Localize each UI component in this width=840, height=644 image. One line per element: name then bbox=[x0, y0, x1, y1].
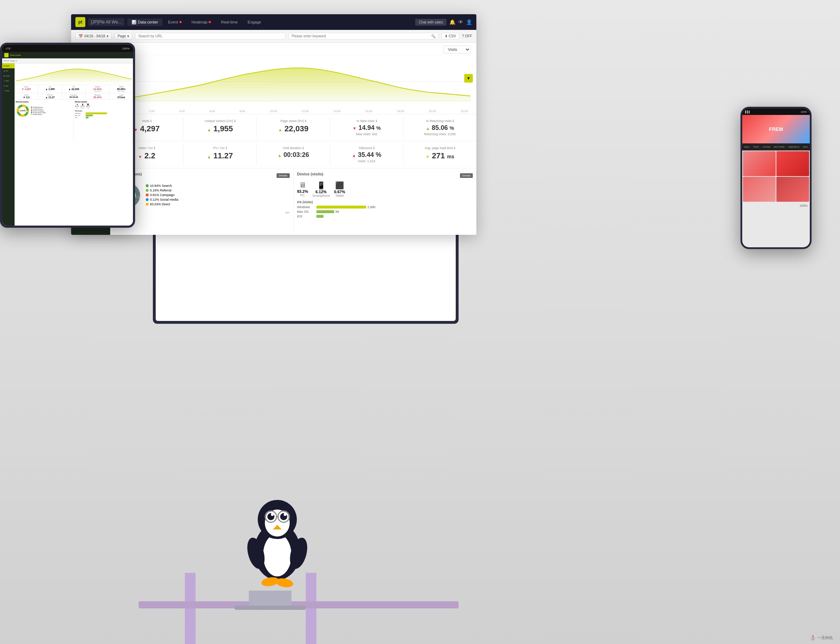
pc-pct: 93.2% bbox=[297, 189, 308, 194]
pv-value: 22,039 bbox=[284, 124, 308, 133]
returning-value: 85.06 bbox=[432, 124, 448, 131]
tablet-sources-mini: Sources (uses) 10.84% 10.84% Search 5.19… bbox=[15, 100, 74, 142]
legend-campaign-dot bbox=[146, 194, 149, 196]
filter-button[interactable]: ▼ bbox=[464, 74, 473, 82]
tablet-page-filter: Page ▾ bbox=[10, 59, 17, 62]
os-windows-bar bbox=[316, 205, 366, 209]
main-chart-svg bbox=[116, 55, 471, 108]
phone-product-1[interactable] bbox=[743, 151, 776, 176]
legend-social-label: 0.12% Social media bbox=[150, 198, 178, 201]
tablet-stat-visits-uv: V/UV ▼ 2.2 bbox=[15, 93, 38, 99]
keyword-search-input[interactable] bbox=[291, 34, 430, 38]
x-axis-labels: 0:00 2:00 4:00 6:00 8:00 10:00 12:00 14:… bbox=[116, 110, 471, 113]
help-icon[interactable]: 👁 bbox=[458, 19, 463, 25]
tablet-app-label: Data center bbox=[10, 54, 21, 56]
device-icons: 🖥 93.2% PC 📱 6.12% Smartphone ⬛ 0.67% bbox=[297, 181, 473, 197]
penguin-svg bbox=[242, 491, 313, 591]
svg-point-11 bbox=[263, 534, 291, 577]
stat-duration: Visit duration ℹ ▲ 00:03:26 bbox=[257, 144, 330, 165]
sources-total: 486 bbox=[114, 211, 290, 214]
legend-search-dot bbox=[146, 184, 149, 187]
load-time-info[interactable]: ℹ bbox=[454, 146, 455, 150]
tablet-device: LTE 100% Data center 04/18 Page ▾ ⊞ Dash… bbox=[0, 43, 135, 228]
tablet-stat-pv: PV ▲ 22,039 bbox=[62, 85, 86, 93]
os-windows-val: 2,990 bbox=[368, 205, 376, 209]
page-filter[interactable]: Page ▾ bbox=[115, 33, 132, 39]
pv-info[interactable]: ℹ bbox=[305, 119, 306, 123]
visits-uv-info[interactable]: ℹ bbox=[154, 146, 155, 150]
uv-info[interactable]: ℹ bbox=[234, 119, 235, 123]
tablet-sources-donut-wrap: 10.84% 10.84% Search 5.19% Referral 0.81… bbox=[16, 104, 72, 118]
site-selector[interactable]: [JP]Pte All We... bbox=[88, 18, 124, 26]
tablet-sources-title: Sources (uses) bbox=[16, 101, 72, 103]
new-visits-info[interactable]: ℹ bbox=[376, 119, 377, 123]
tab-real-time-label: Real-time bbox=[221, 20, 237, 24]
new-visits-label: % New visits bbox=[357, 119, 375, 123]
load-time-unit: ms bbox=[447, 154, 454, 159]
tab-data-center[interactable]: 📊 Data center bbox=[127, 18, 162, 26]
returning-info[interactable]: ℹ bbox=[452, 119, 454, 123]
tablet-device-title: Device (visits) bbox=[75, 101, 132, 103]
os-ios: iOS bbox=[297, 215, 473, 218]
os-macos-val: 99 bbox=[336, 210, 339, 214]
tablet-icon: ⬛ bbox=[334, 181, 345, 190]
phone-device: ▌▌▌ 100% FREM NEW TOPS OUTER BOTTOMS ONE… bbox=[740, 107, 812, 249]
x-20: 20:00 bbox=[429, 110, 436, 113]
phone-product-2[interactable] bbox=[776, 151, 809, 176]
tablet-stat-uv: UV ▲ 1,955 bbox=[38, 85, 62, 93]
device-panel: Device (visits) Details 🖥 93.2% PC 📱 6.1… bbox=[294, 168, 477, 235]
tablet-sources-legend: 10.84% Search 5.19% Referral 0.81% Campa… bbox=[31, 107, 46, 115]
visits-uv-arrow: ▼ bbox=[138, 154, 142, 159]
x-16: 16:00 bbox=[365, 110, 372, 113]
page-filter-label: Page bbox=[118, 34, 126, 38]
uv-label: Unique visitors (UV) bbox=[205, 119, 233, 123]
visits-label: Visits bbox=[142, 119, 149, 123]
csv-button[interactable]: ⬇ CSV bbox=[442, 33, 459, 39]
phone-product-3[interactable] bbox=[743, 177, 776, 202]
x-4: 4:00 bbox=[179, 110, 185, 113]
url-search-input[interactable] bbox=[138, 34, 282, 38]
calendar-icon: 📅 bbox=[79, 34, 83, 38]
bounce-info[interactable]: ℹ bbox=[373, 146, 374, 150]
tablet-lte: LTE bbox=[6, 47, 11, 50]
tablet-sidebar-device: ▢ Dev bbox=[2, 78, 15, 83]
device-panel-title: Device (visits) bbox=[297, 172, 324, 176]
returning-sub: Returning visits: 3,655 bbox=[409, 132, 471, 136]
app-logo: pt bbox=[75, 17, 85, 27]
user-icon[interactable]: 👤 bbox=[466, 19, 472, 25]
tablet-sidebar-content: ▤ Cont bbox=[2, 73, 15, 78]
x-6: 6:00 bbox=[210, 110, 215, 113]
chat-button[interactable]: Chat with sales bbox=[415, 19, 447, 26]
visits-info[interactable]: ℹ bbox=[151, 119, 151, 123]
metric-select[interactable]: Visits bbox=[443, 46, 471, 53]
notification-icon[interactable]: 🔔 bbox=[449, 19, 455, 25]
phone-product-4[interactable] bbox=[776, 177, 809, 202]
tab-event[interactable]: Event bbox=[164, 18, 186, 26]
csv-label: CSV bbox=[449, 34, 456, 38]
tablet-stats-2: V/UV ▼ 2.2 PV/UV ▲ 11.27 Duration 00:03:… bbox=[15, 93, 133, 99]
pv-uv-arrow: ▲ bbox=[207, 154, 211, 159]
phone-tab-new[interactable]: NEW bbox=[744, 146, 749, 148]
tablet-status-bar: LTE 100% bbox=[2, 45, 133, 52]
tab-engage[interactable]: Engage bbox=[244, 18, 265, 26]
phone-tab-onepiece[interactable]: ONEPIECE bbox=[788, 146, 799, 148]
load-time-label: Avg. page load time bbox=[425, 146, 453, 150]
os-macos: Mac OS 99 bbox=[297, 210, 473, 214]
duration-arrow: ▲ bbox=[278, 153, 282, 158]
sources-detail-button[interactable]: Details bbox=[277, 173, 289, 178]
bounce-arrow: ▲ bbox=[352, 153, 356, 158]
device-detail-button[interactable]: Details bbox=[460, 173, 473, 178]
duration-info[interactable]: ℹ bbox=[303, 146, 304, 150]
tab-real-time[interactable]: Real-time bbox=[216, 18, 242, 26]
date-range-picker[interactable]: 📅 04/18 - 04/18 ▾ bbox=[75, 33, 111, 39]
pv-uv-info[interactable]: ℹ bbox=[226, 146, 227, 150]
phone-tab-bottoms[interactable]: BOTTOMS bbox=[774, 146, 784, 148]
watermark-icon: ⛪ bbox=[810, 635, 816, 641]
search-icon[interactable]: 🔍 bbox=[431, 34, 436, 38]
phone-tab-outer[interactable]: OUTER bbox=[763, 146, 770, 148]
help-toggle[interactable]: ? OFF bbox=[462, 34, 472, 38]
phone-tab-bag[interactable]: BAG bbox=[803, 146, 808, 148]
phone-tab-tops[interactable]: TOPS bbox=[753, 146, 758, 148]
tab-heatmap[interactable]: Heatmap bbox=[187, 18, 215, 26]
tablet-donut-label: 10.84% bbox=[20, 110, 26, 112]
